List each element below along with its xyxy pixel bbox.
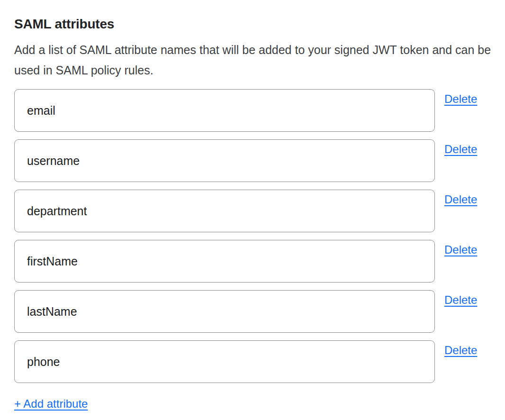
attribute-row: Delete bbox=[14, 190, 505, 232]
add-attribute-link[interactable]: + Add attribute bbox=[14, 397, 88, 411]
attribute-row: Delete bbox=[14, 89, 505, 132]
attribute-row: Delete bbox=[14, 290, 505, 333]
attribute-input[interactable] bbox=[14, 340, 435, 383]
attribute-input[interactable] bbox=[14, 89, 435, 132]
delete-attribute-link[interactable]: Delete bbox=[444, 243, 477, 256]
attribute-input[interactable] bbox=[14, 139, 435, 182]
attribute-input[interactable] bbox=[14, 290, 435, 333]
section-description: Add a list of SAML attribute names that … bbox=[14, 40, 493, 81]
delete-attribute-link[interactable]: Delete bbox=[444, 293, 477, 307]
saml-attributes-section: SAML attributes Add a list of SAML attri… bbox=[14, 16, 505, 411]
delete-attribute-link[interactable]: Delete bbox=[444, 344, 477, 357]
attribute-row: Delete bbox=[14, 240, 505, 283]
delete-attribute-link[interactable]: Delete bbox=[444, 143, 477, 156]
delete-attribute-link[interactable]: Delete bbox=[444, 92, 477, 106]
attribute-row: Delete bbox=[14, 340, 505, 383]
attribute-list: Delete Delete Delete Delete Delete Delet… bbox=[14, 89, 505, 383]
attribute-input[interactable] bbox=[14, 240, 435, 283]
attribute-input[interactable] bbox=[14, 190, 435, 232]
attribute-row: Delete bbox=[14, 139, 505, 182]
delete-attribute-link[interactable]: Delete bbox=[444, 193, 477, 206]
section-title: SAML attributes bbox=[14, 16, 505, 32]
